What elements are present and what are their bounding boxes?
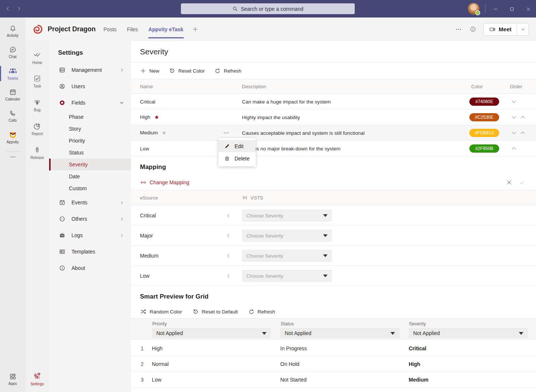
sidebar-item-apps[interactable]: Apps (0, 369, 25, 390)
change-mapping-link[interactable]: Change Mapping (140, 179, 189, 186)
logs-icon: LOG (59, 232, 66, 239)
titlebar: Search or type a command (0, 0, 536, 17)
move-down-icon[interactable] (511, 114, 517, 120)
move-up-icon[interactable] (520, 114, 526, 120)
refresh-button[interactable]: Refresh (248, 309, 275, 315)
move-down-icon[interactable] (511, 98, 517, 105)
choose-severity-dropdown[interactable]: Choose Severity (242, 229, 332, 242)
sidebar-item-activity[interactable]: Activity (0, 20, 25, 42)
cancel-mapping-x-icon[interactable] (506, 179, 512, 185)
nav-fields[interactable]: Fields (49, 95, 131, 111)
default-star-icon[interactable] (154, 114, 160, 120)
sidebar-item-chat[interactable]: Chat (0, 42, 25, 63)
severity-row-critical[interactable]: Critical Can make a huge impact for the … (131, 94, 536, 109)
refresh-button[interactable]: Refresh (214, 68, 241, 74)
nav-story[interactable]: Story (49, 123, 131, 135)
mapping-row-low: Low Choose Severity (131, 266, 536, 286)
row-name: Critical (140, 99, 155, 104)
sidebar-item-teams[interactable]: Teams (0, 63, 25, 84)
nav-back-icon[interactable] (5, 6, 10, 12)
color-pill[interactable]: #C2530E (469, 113, 499, 121)
info-icon[interactable] (470, 26, 476, 32)
nav-severity[interactable]: Severity (49, 159, 131, 170)
tab-posts[interactable]: Posts (103, 17, 117, 41)
severity-row-medium[interactable]: Medium Causes acceptable impact and syst… (131, 125, 536, 141)
meet-button[interactable]: Meet (484, 23, 517, 35)
maximize-button[interactable] (506, 4, 517, 14)
close-button[interactable] (523, 4, 534, 14)
row-description: Causes acceptable impact and system is s… (242, 130, 364, 136)
module-task[interactable]: Task (25, 69, 49, 93)
priority-filter-dropdown[interactable]: Not Applied (152, 328, 271, 338)
reset-to-default-button[interactable]: Reset to Default (192, 309, 238, 315)
row-more-icon[interactable] (223, 130, 229, 136)
color-pill[interactable]: #74060E (469, 98, 499, 106)
module-release[interactable]: Release (25, 141, 49, 165)
delete-trash-icon (224, 156, 230, 162)
context-delete[interactable]: Delete (218, 152, 256, 165)
filter-priority: Priority Not Applied (152, 319, 271, 339)
nav-about[interactable]: About (49, 260, 131, 276)
teams-app-window: { "colors": { "titlebar": "#464775", "br… (0, 0, 536, 392)
column-description: Description (242, 84, 266, 89)
nav-management[interactable]: Management (49, 62, 131, 78)
tab-appvity-etask[interactable]: Appvity eTask (148, 17, 184, 41)
settings-content: Severity New Reset Color Refresh Name De… (131, 41, 536, 392)
avatar[interactable] (468, 3, 479, 15)
confirm-mapping-check-icon[interactable] (519, 179, 525, 186)
nav-forward-icon[interactable] (16, 6, 22, 12)
module-bug[interactable]: Bug (25, 93, 49, 117)
random-color-button[interactable]: Random Color (140, 308, 182, 315)
color-pill[interactable]: #2F950B (469, 144, 499, 153)
severity-filter-dropdown[interactable]: Not Applied (409, 328, 528, 338)
row-description: Causes no major break-down for the syste… (242, 146, 341, 151)
search-icon (232, 6, 238, 12)
row-name: High (140, 114, 150, 120)
header-more-icon[interactable] (456, 26, 462, 32)
move-up-icon[interactable] (520, 130, 526, 136)
module-home[interactable]: Home (25, 45, 49, 69)
search-input[interactable]: Search or type a command (181, 3, 355, 14)
chevron-right-icon (119, 200, 124, 205)
choose-severity-dropdown[interactable]: Choose Severity (242, 249, 332, 262)
status-filter-dropdown[interactable]: Not Applied (280, 328, 399, 338)
nav-custom[interactable]: Custom (49, 182, 131, 194)
mapping-row-critical: Critical Choose Severity (131, 205, 536, 226)
choose-severity-dropdown[interactable]: Choose Severity (242, 209, 332, 222)
nav-priority[interactable]: Priority (49, 135, 131, 147)
module-report[interactable]: Report (25, 117, 49, 141)
meet-options-chevron[interactable] (517, 23, 529, 35)
move-down-icon[interactable] (511, 130, 517, 136)
rail-more-icon[interactable] (10, 154, 16, 160)
nav-logs[interactable]: LOG Logs (49, 227, 131, 243)
color-pill[interactable]: #FDB813 (469, 129, 499, 137)
reset-color-button[interactable]: Reset Color (169, 68, 205, 74)
presence-available-icon (475, 10, 480, 15)
severity-row-high[interactable]: High Highly impact the usability #C2530E (131, 109, 536, 125)
severity-row-low[interactable]: Low Causes no major break-down for the s… (131, 141, 536, 156)
appvity-logo-icon (9, 130, 17, 139)
calendar-icon (9, 88, 17, 96)
module-settings[interactable]: Settings (25, 367, 49, 391)
nav-others[interactable]: Others (49, 211, 131, 227)
set-default-star-icon[interactable] (161, 130, 167, 136)
context-edit[interactable]: Edit (218, 140, 256, 152)
sidebar-item-calendar[interactable]: Calender (0, 84, 25, 105)
nav-events[interactable]: Events (49, 194, 131, 211)
nav-date[interactable]: Date (49, 170, 131, 182)
sidebar-item-calls[interactable]: Calls (0, 105, 25, 127)
sidebar-item-appvity[interactable]: Appvity (0, 127, 25, 148)
nav-templates[interactable]: Templates (49, 243, 131, 260)
nav-phase[interactable]: Phase (49, 111, 131, 123)
others-icon (59, 216, 66, 222)
nav-users[interactable]: Users (49, 78, 131, 95)
add-tab-icon[interactable] (192, 26, 198, 32)
tab-files[interactable]: Files (127, 17, 138, 41)
move-up-icon[interactable] (511, 145, 517, 152)
choose-severity-dropdown[interactable]: Choose Severity (242, 270, 332, 282)
mapping-row-major: Major Choose Severity (131, 226, 536, 246)
new-button[interactable]: New (140, 68, 159, 74)
minimize-button[interactable] (490, 4, 501, 14)
nav-status[interactable]: Status (49, 147, 131, 159)
titlebar-separator (485, 4, 485, 13)
